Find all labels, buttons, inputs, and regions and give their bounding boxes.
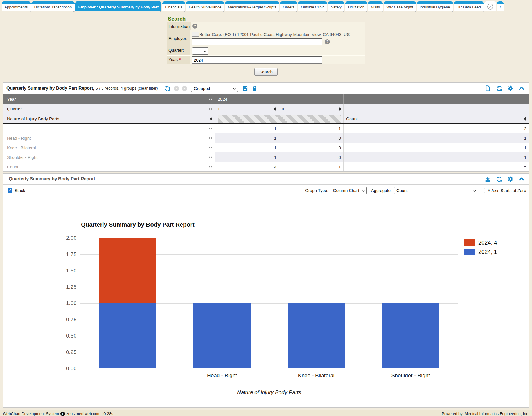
- tab-label: Dictation/Transcription: [34, 5, 72, 9]
- column-resize-icon[interactable]: [209, 98, 212, 100]
- column-resize-icon[interactable]: [209, 156, 212, 158]
- y-tick-label: 0.75: [58, 316, 76, 323]
- tab-label: C: [500, 5, 502, 9]
- tab-dictation-transcription[interactable]: Dictation/Transcription: [31, 1, 75, 11]
- cell-count: 1: [344, 143, 529, 152]
- save-icon[interactable]: [242, 85, 249, 92]
- lock-icon[interactable]: [251, 85, 258, 92]
- sort-icon[interactable]: [274, 107, 276, 111]
- graph-type-select[interactable]: Column Chart: [331, 187, 367, 194]
- undo-icon[interactable]: [164, 85, 171, 92]
- cell-q1: 1: [215, 143, 279, 152]
- new-document-icon[interactable]: [484, 85, 491, 92]
- tab-orders[interactable]: Orders: [280, 1, 297, 11]
- cell-q1: 1: [215, 133, 279, 143]
- cell-count: 2: [344, 124, 529, 133]
- employer-input[interactable]: [192, 38, 322, 45]
- sort-icon[interactable]: [339, 107, 341, 111]
- count-header-label: Count: [346, 116, 358, 121]
- employer-help-icon[interactable]: ?: [325, 39, 330, 44]
- footer-powered-by: Powered by: Medical Informatics Engineer…: [442, 412, 529, 416]
- next-page-icon[interactable]: ›: [182, 86, 187, 91]
- cell-q1: 4: [215, 162, 279, 171]
- table-row: Count415: [3, 162, 529, 171]
- table-row: 112: [3, 124, 529, 133]
- x-category-label: Head - Right: [175, 372, 269, 379]
- yaxis-zero-checkbox[interactable]: [481, 188, 485, 193]
- employer-selected-text: Better Corp. (EO-1) 12001 Pacific Coast …: [199, 32, 350, 37]
- cell-value: 1: [524, 145, 526, 150]
- quarter-select[interactable]: [192, 47, 208, 55]
- aggregate-label: Aggregate:: [371, 188, 392, 193]
- legend-label: 2024, 1: [478, 249, 497, 255]
- quarter-col-1: 1: [218, 107, 220, 112]
- y-tick-label: 1.00: [58, 300, 76, 306]
- tab-health-surveillance[interactable]: Health Surveillance: [186, 1, 224, 11]
- tab-appointments[interactable]: Appointments: [2, 1, 31, 11]
- refresh-icon[interactable]: [496, 85, 502, 92]
- footer: WebChart Development System i zeus.med-w…: [0, 410, 532, 416]
- chart-panel-title: Quarterly Summary by Body Part Report: [9, 177, 95, 182]
- column-resize-icon[interactable]: [209, 166, 212, 168]
- cell-q4: 0: [279, 143, 344, 152]
- table-row-body-parts-header: Nature of Injury Body Parts Count: [3, 114, 529, 124]
- tab-employer-quarterly-summary-by-body-part[interactable]: Employer : Quarterly Summary by Body Par…: [75, 1, 161, 11]
- cell-value: 1: [524, 136, 526, 141]
- report-table-toolbar: Quarterly Summary by Body Part Report, 5…: [3, 83, 529, 94]
- table-row: Head - Right101: [3, 133, 529, 143]
- refresh-icon[interactable]: [496, 176, 502, 182]
- column-resize-icon[interactable]: [209, 137, 212, 139]
- sort-icon[interactable]: [524, 117, 526, 121]
- legend-label: 2024, 4: [478, 239, 497, 246]
- tab-outside-clinic[interactable]: Outside Clinic: [298, 1, 327, 11]
- quarter-row: Quarter:: [167, 46, 365, 56]
- aggregate-select[interactable]: Count: [394, 187, 478, 194]
- information-help-icon[interactable]: ?: [192, 24, 197, 29]
- tab-partial[interactable]: C: [497, 1, 504, 11]
- cell-value: 1: [274, 126, 276, 131]
- group-mode-select[interactable]: Grouped: [191, 85, 238, 92]
- year-header-value: 2024: [215, 94, 344, 104]
- employer-label: Employer:: [167, 30, 190, 46]
- gear-icon[interactable]: [507, 85, 514, 92]
- tab-utilization[interactable]: Utilization: [345, 1, 368, 11]
- row-label: Knee - Bilateral: [7, 145, 36, 150]
- gear-icon[interactable]: [507, 176, 514, 182]
- y-tick-label: 1.75: [58, 251, 76, 257]
- sort-icon[interactable]: [210, 117, 212, 121]
- tab-medications-allergies-scripts[interactable]: Medications/Allergies/Scripts: [225, 1, 279, 11]
- column-resize-icon[interactable]: [209, 146, 212, 149]
- row-label: Head - Right: [7, 136, 31, 141]
- prev-page-icon[interactable]: ‹: [174, 86, 179, 91]
- open-new-window-button[interactable]: ↗: [484, 1, 496, 11]
- tab-visits[interactable]: Visits: [368, 1, 383, 11]
- chevron-down-icon: [362, 189, 364, 192]
- tab-industrial-hygiene[interactable]: Industrial Hygiene: [417, 1, 453, 11]
- search-section: Search Information ? Employer: — Better …: [166, 16, 366, 76]
- bar-segment: [288, 303, 345, 368]
- tab-label: Utilization: [348, 5, 365, 9]
- search-button[interactable]: Search: [254, 68, 278, 76]
- collapse-employer-button[interactable]: —: [192, 32, 199, 37]
- chart-panel: Quarterly Summary by Body Part Report St…: [3, 173, 529, 408]
- yaxis-zero-label: Y-Axis Starts at Zero: [488, 188, 526, 193]
- tab-wr-case-mgmt[interactable]: WR Case Mgmt: [384, 1, 416, 11]
- column-resize-icon[interactable]: [209, 108, 212, 110]
- collapse-panel-icon[interactable]: [518, 176, 525, 182]
- graph-type-value: Column Chart: [333, 188, 359, 193]
- quarter-label: Quarter:: [167, 46, 190, 55]
- column-resize-icon[interactable]: [209, 127, 212, 130]
- chart-x-axis-title: Nature of Injury Body Parts: [80, 389, 458, 395]
- clear-filter-link[interactable]: (clear filter): [137, 86, 158, 91]
- year-input[interactable]: [192, 56, 322, 64]
- tab-safety[interactable]: Safety: [328, 1, 344, 11]
- stack-checkbox[interactable]: [8, 188, 12, 193]
- collapse-panel-icon[interactable]: [518, 85, 525, 92]
- tab-financials[interactable]: Financials: [162, 1, 185, 11]
- cell-value: 4: [274, 164, 276, 169]
- cell-value: 1: [524, 155, 526, 160]
- tab-label: Outside Clinic: [301, 5, 324, 9]
- tab-hr-data-feed[interactable]: HR Data Feed: [454, 1, 484, 11]
- chart-region: Quarterly Summary by Body Part Report Na…: [3, 196, 529, 407]
- download-icon[interactable]: [484, 176, 491, 182]
